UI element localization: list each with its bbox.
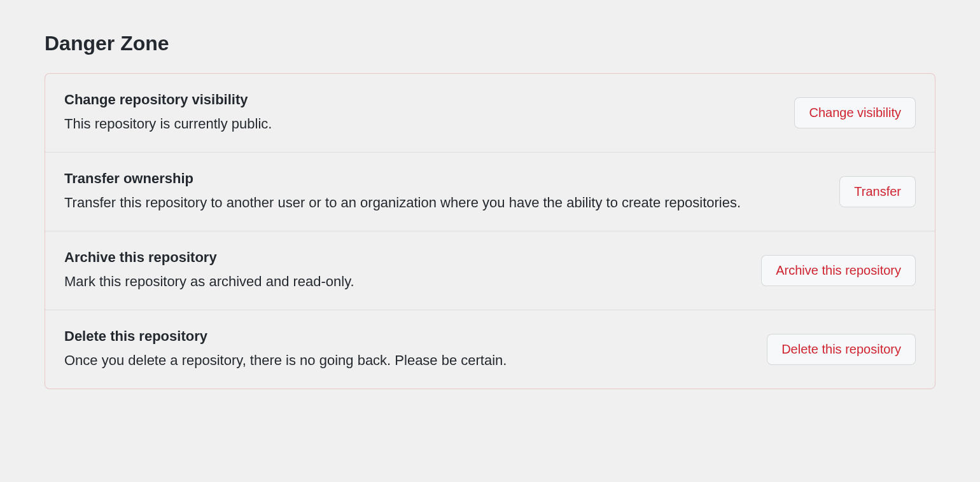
archive-repository-title: Archive this repository xyxy=(64,249,746,266)
change-visibility-text: Change repository visibility This reposi… xyxy=(64,92,779,134)
transfer-ownership-row: Transfer ownership Transfer this reposit… xyxy=(45,153,935,231)
delete-repository-title: Delete this repository xyxy=(64,328,752,345)
change-visibility-title: Change repository visibility xyxy=(64,92,779,108)
transfer-ownership-title: Transfer ownership xyxy=(64,170,824,187)
archive-repository-text: Archive this repository Mark this reposi… xyxy=(64,249,746,292)
archive-repository-description: Mark this repository as archived and rea… xyxy=(64,271,746,292)
delete-repository-description: Once you delete a repository, there is n… xyxy=(64,350,752,371)
change-visibility-row: Change repository visibility This reposi… xyxy=(45,74,935,153)
danger-zone-container: Change repository visibility This reposi… xyxy=(45,73,935,389)
change-visibility-description: This repository is currently public. xyxy=(64,113,779,134)
transfer-button[interactable]: Transfer xyxy=(839,176,916,207)
archive-repository-button[interactable]: Archive this repository xyxy=(761,255,916,286)
transfer-ownership-text: Transfer ownership Transfer this reposit… xyxy=(64,170,824,213)
delete-repository-text: Delete this repository Once you delete a… xyxy=(64,328,752,371)
change-visibility-button[interactable]: Change visibility xyxy=(794,97,916,128)
transfer-ownership-description: Transfer this repository to another user… xyxy=(64,192,824,213)
danger-zone-heading: Danger Zone xyxy=(45,32,935,55)
delete-repository-row: Delete this repository Once you delete a… xyxy=(45,310,935,389)
archive-repository-row: Archive this repository Mark this reposi… xyxy=(45,231,935,310)
delete-repository-button[interactable]: Delete this repository xyxy=(767,334,916,365)
